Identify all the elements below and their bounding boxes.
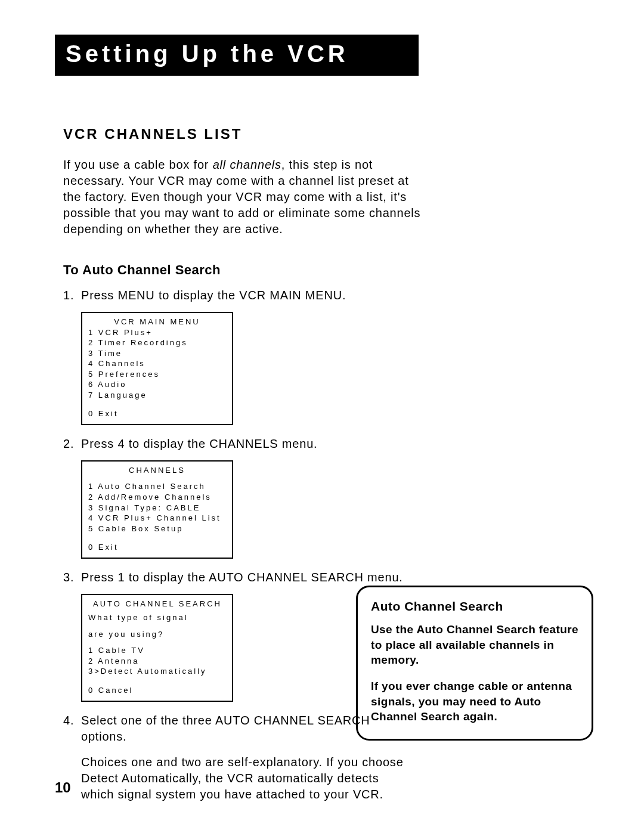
menu-item: 3 Signal Type: CABLE [88, 503, 226, 513]
sub-heading: To Auto Channel Search [63, 262, 589, 278]
menu-item: 2 Add/Remove Channels [88, 492, 226, 503]
step-body: Press MENU to display the VCR MAIN MENU. [81, 287, 415, 304]
menu-item: 4 VCR Plus+ Channel List [88, 513, 226, 524]
menu-item: 1 VCR Plus+ [88, 327, 226, 338]
intro-italic: all channels [213, 158, 281, 171]
step-2: 2. Press 4 to display the CHANNELS menu. [63, 436, 415, 452]
vcr-main-menu-box: VCR MAIN MENU 1 VCR Plus+ 2 Timer Record… [81, 312, 233, 425]
step-number: 2. [63, 436, 81, 452]
menu-question-line: are you using? [88, 629, 226, 640]
step-text: Press 1 to display the AUTO CHANNEL SEAR… [81, 569, 415, 586]
step-text: Press MENU to display the VCR MAIN MENU. [81, 287, 415, 304]
page-title: Setting Up the VCR [66, 41, 349, 67]
section-heading: VCR CHANNELS LIST [63, 126, 589, 143]
step-text-extra: Choices one and two are self-explanatory… [81, 754, 415, 803]
menu-item: 1 Cable TV [88, 645, 226, 656]
menu-item: 1 Auto Channel Search [88, 481, 226, 492]
menu-exit: 0 Exit [88, 542, 226, 553]
step-3: 3. Press 1 to display the AUTO CHANNEL S… [63, 569, 415, 586]
callout-paragraph: Use the Auto Channel Search feature to p… [371, 622, 578, 668]
menu-item: 2 Antenna [88, 656, 226, 667]
step-text: Press 4 to display the CHANNELS menu. [81, 436, 415, 452]
step-1: 1. Press MENU to display the VCR MAIN ME… [63, 287, 415, 304]
callout-title: Auto Channel Search [371, 599, 578, 614]
step-number: 3. [63, 569, 81, 586]
callout-paragraph: If you ever change cable or antenna sign… [371, 679, 578, 724]
menu-title: VCR MAIN MENU [88, 317, 226, 327]
intro-pre: If you use a cable box for [63, 158, 213, 171]
menu-exit: 0 Exit [88, 408, 226, 419]
channels-menu-box: CHANNELS 1 Auto Channel Search 2 Add/Rem… [81, 460, 233, 559]
auto-channel-search-callout: Auto Channel Search Use the Auto Channel… [356, 586, 593, 741]
menu-item: 2 Timer Recordings [88, 337, 226, 348]
menu-item: 3 Time [88, 348, 226, 359]
page-title-bar: Setting Up the VCR [55, 35, 419, 76]
intro-paragraph: If you use a cable box for all channels,… [63, 157, 421, 237]
menu-item: 4 Channels [88, 358, 226, 369]
auto-channel-search-menu-box: AUTO CHANNEL SEARCH What type of signal … [81, 594, 233, 702]
menu-title: AUTO CHANNEL SEARCH [88, 599, 226, 609]
step-body: Press 1 to display the AUTO CHANNEL SEAR… [81, 569, 415, 586]
menu-title: CHANNELS [88, 465, 226, 476]
menu-item: 6 Audio [88, 379, 226, 390]
step-body: Press 4 to display the CHANNELS menu. [81, 436, 415, 452]
menu-item: 7 Language [88, 390, 226, 401]
menu-exit: 0 Cancel [88, 685, 226, 696]
menu-item: 5 Preferences [88, 369, 226, 380]
menu-question-line: What type of signal [88, 612, 226, 623]
page: Setting Up the VCR VCR CHANNELS LIST If … [0, 0, 644, 833]
page-number: 10 [55, 779, 71, 796]
menu-item: 5 Cable Box Setup [88, 524, 226, 534]
menu-item: 3>Detect Automatically [88, 666, 226, 677]
step-number: 1. [63, 287, 81, 304]
